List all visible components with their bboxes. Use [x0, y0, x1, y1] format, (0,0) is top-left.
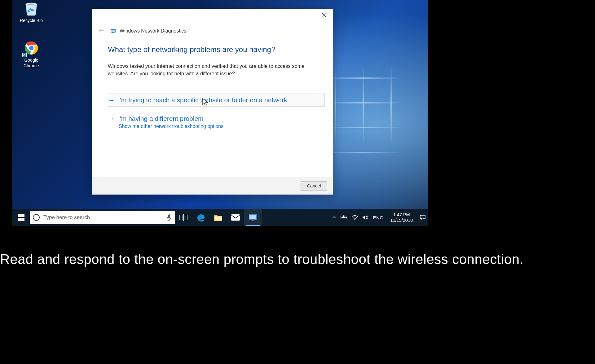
desktop[interactable]: Recycle Bin Google Chrome: [12, 0, 428, 226]
task-view-button[interactable]: [175, 209, 192, 226]
close-icon: [322, 13, 326, 17]
folder-icon: [214, 213, 223, 221]
arrow-right-icon: →: [108, 116, 115, 122]
system-tray: ENG 1:47 PM 11/15/2018: [328, 212, 428, 223]
cortana-icon: [33, 214, 40, 221]
svg-rect-8: [111, 30, 115, 32]
action-center-icon: [420, 215, 426, 220]
microphone-icon[interactable]: [167, 214, 172, 221]
arrow-right-icon: →: [108, 97, 115, 104]
network-diagnostics-dialog: Windows Network Diagnostics What type of…: [92, 9, 333, 195]
battery-icon: [341, 215, 347, 220]
svg-rect-18: [215, 217, 222, 220]
monitor-icon: [248, 213, 258, 221]
instruction-caption: Read and respond to the on-screen prompt…: [0, 252, 595, 267]
dialog-lead-text: Windows tested your Internet connection …: [108, 63, 306, 77]
tray-wifi-icon[interactable]: [352, 215, 358, 220]
dialog-header: Windows Network Diagnostics: [97, 27, 186, 35]
svg-rect-13: [21, 218, 24, 221]
dialog-title: Windows Network Diagnostics: [120, 28, 186, 34]
desktop-icon-label: Recycle Bin: [17, 18, 46, 24]
svg-rect-19: [231, 214, 240, 221]
tray-volume-icon[interactable]: [362, 215, 368, 220]
option-title: I'm trying to reach a specific website o…: [118, 96, 287, 104]
dialog-footer: Cancel: [92, 177, 333, 195]
diagnostics-icon: [110, 28, 116, 34]
desktop-icon-label: Google Chrome: [17, 58, 46, 68]
svg-point-26: [355, 219, 355, 220]
edge-icon: [196, 213, 205, 222]
screenshot-stage: Recycle Bin Google Chrome: [12, 0, 428, 226]
windows-logo-icon: [18, 214, 24, 221]
svg-rect-15: [180, 215, 183, 220]
svg-rect-16: [184, 215, 187, 220]
chrome-icon: [23, 40, 40, 56]
taskbar-app-edge[interactable]: [192, 209, 209, 226]
tray-power-icon[interactable]: [341, 215, 347, 220]
svg-rect-12: [18, 218, 21, 221]
search-box[interactable]: Type here to search: [30, 211, 175, 224]
taskbar: Type here to search: [12, 209, 428, 226]
taskbar-app-file-explorer[interactable]: [209, 209, 227, 226]
svg-rect-11: [21, 214, 24, 217]
back-arrow-icon: [99, 29, 105, 33]
svg-point-1: [28, 4, 34, 5]
wifi-icon: [352, 215, 358, 220]
start-button[interactable]: [12, 209, 30, 226]
svg-rect-24: [346, 217, 347, 218]
option-different-problem[interactable]: → I'm having a different problem Show me…: [108, 112, 325, 132]
taskbar-app-mail[interactable]: [227, 209, 244, 226]
svg-rect-22: [252, 220, 254, 221]
speaker-icon: [362, 215, 368, 220]
chevron-up-icon: [332, 215, 336, 220]
dialog-heading: What type of networking problems are you…: [108, 45, 325, 54]
option-title: I'm having a different problem: [118, 115, 204, 122]
cancel-button[interactable]: Cancel: [301, 181, 327, 191]
svg-rect-9: [112, 33, 114, 33]
recycle-bin-icon: [23, 0, 40, 17]
desktop-icon-google-chrome[interactable]: Google Chrome: [17, 40, 46, 68]
desktop-icon-recycle-bin[interactable]: Recycle Bin: [17, 0, 46, 24]
option-subtitle: Show me other network troubleshooting op…: [119, 124, 323, 129]
tray-clock[interactable]: 1:47 PM 11/15/2018: [390, 212, 413, 223]
tray-action-center[interactable]: [420, 215, 426, 220]
tray-date: 11/15/2018: [390, 217, 413, 223]
taskbar-app-diagnostics[interactable]: [244, 209, 262, 226]
wallpaper-light: [322, 65, 409, 170]
tray-time: 1:47 PM: [390, 212, 413, 217]
svg-rect-21: [249, 215, 256, 219]
mail-icon: [231, 214, 240, 221]
task-view-icon: [179, 214, 187, 221]
tray-language[interactable]: ENG: [373, 215, 383, 220]
close-button[interactable]: [318, 11, 330, 20]
tray-overflow-button[interactable]: [332, 215, 336, 220]
back-button[interactable]: [97, 27, 107, 35]
option-reach-website[interactable]: → I'm trying to reach a specific website…: [108, 94, 325, 107]
search-placeholder: Type here to search: [43, 214, 90, 221]
svg-rect-14: [168, 214, 170, 218]
svg-rect-10: [18, 214, 21, 217]
